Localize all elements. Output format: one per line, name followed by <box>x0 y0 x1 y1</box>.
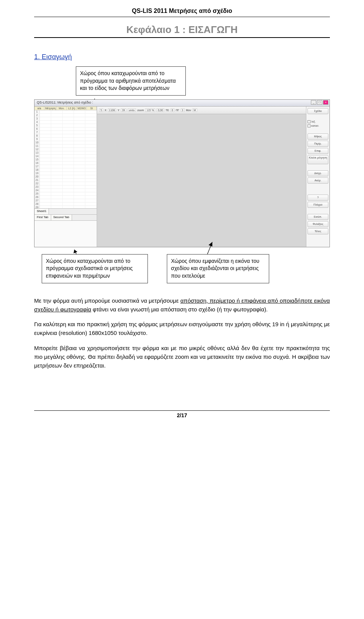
table-row[interactable]: 2 <box>35 114 97 117</box>
table-row[interactable]: 23 <box>35 185 97 189</box>
toolbar-val[interactable]: 0,00 <box>157 108 164 112</box>
canvas-toolbar: 5 X 1108 Y 39 undo zoom 115 % 0,00 ΤΕ 0 … <box>97 107 306 114</box>
p1-a: Με την φόρμα αυτή μπορούμε ουσιαστικά να… <box>34 297 180 304</box>
app-screenshot: QS-LIS2011: Μετρήσεις από σχέδιο : _ □ ×… <box>34 99 330 247</box>
table-row[interactable]: 27 <box>35 199 97 203</box>
grid-header: Μέτρηση <box>44 107 57 110</box>
right-button[interactable]: Επιφ. <box>308 148 328 154</box>
page-footer: 2/17 <box>0 410 364 418</box>
divider <box>34 37 330 38</box>
toolbar-zoom[interactable]: 115 % <box>145 108 155 112</box>
table-row[interactable]: 26 <box>35 196 97 199</box>
maximize-button[interactable]: □ <box>317 100 322 105</box>
chapter-title: Κεφάλαιο 1 : ΕΙΣΑΓΩΓΗ <box>34 24 330 36</box>
toolbar-mov[interactable]: M <box>193 108 197 112</box>
table-row[interactable]: 5 <box>35 124 97 127</box>
table-row[interactable]: 28 <box>35 203 97 206</box>
callout-right: Χώρος όπου εμφανίζεται η εικόνα του σχεδ… <box>167 254 269 283</box>
right-button[interactable]: Ακύρ. <box>308 178 328 184</box>
toolbar-pg[interactable]: 3 <box>181 108 185 112</box>
toolbar-mov-label: Μον <box>186 109 191 112</box>
table-row[interactable]: 21 <box>35 179 97 182</box>
right-button[interactable]: Σχέδιο <box>308 108 328 114</box>
table-row[interactable]: 1 <box>35 110 97 114</box>
table-row[interactable]: 18 <box>35 168 97 172</box>
close-button[interactable]: × <box>323 100 328 105</box>
callout-left: Χώρος όπου καταχωρούνται από το πρόγραμμ… <box>42 254 148 283</box>
grid-header: M2/M3 <box>77 107 86 110</box>
p3: Μπορείτε βέβαια να χρησιμοποιήσετε την φ… <box>34 344 330 370</box>
grid-header: St <box>87 107 97 110</box>
toolbar-s[interactable]: 5 <box>99 108 103 112</box>
grid-header-row: a/a Μέτρηση Mον. L2 (h) M2/M3 St <box>35 107 97 110</box>
right-button[interactable]: Περίμ. <box>308 141 328 147</box>
table-row[interactable]: 9 <box>35 138 97 141</box>
table-row[interactable]: 15 <box>35 158 97 162</box>
canvas-panel[interactable]: 5 X 1108 Y 39 undo zoom 115 % 0,00 ΤΕ 0 … <box>97 107 306 247</box>
right-button[interactable]: Φυλάξεις <box>308 221 328 227</box>
table-row[interactable]: 7 <box>35 131 97 134</box>
toolbar-x[interactable]: 1108 <box>108 108 116 112</box>
table-row[interactable]: 3 <box>35 117 97 121</box>
tab[interactable]: First Tab <box>35 215 51 220</box>
checkbox[interactable]: κατασ. <box>308 124 328 127</box>
tab[interactable]: Second Tab <box>51 215 72 220</box>
table-row[interactable]: 10 <box>35 141 97 145</box>
p2: Για καλύτερη και πιο πρακτική χρήση της … <box>34 320 330 338</box>
undo-button[interactable]: undo <box>128 108 136 112</box>
table-row[interactable]: 25 <box>35 192 97 196</box>
table-row[interactable]: 13 <box>35 151 97 155</box>
table-row[interactable]: 24 <box>35 189 97 192</box>
grid-rows[interactable]: 1234567891011121314151617181920212223242… <box>35 110 97 208</box>
toolbar-y[interactable]: 39 <box>121 108 126 112</box>
page-number: 2/17 <box>177 412 187 418</box>
grid-header: a/a <box>35 107 44 110</box>
p1-b: φτάνει να είναι γνωστή μια απόσταση στο … <box>91 306 268 313</box>
table-row[interactable]: 14 <box>35 155 97 158</box>
table-row[interactable]: 6 <box>35 127 97 131</box>
table-row[interactable]: 17 <box>35 165 97 168</box>
right-button[interactable]: ? <box>308 195 328 201</box>
toolbar-y-label: Y <box>118 109 119 112</box>
right-button[interactable]: Τέλος <box>308 228 328 234</box>
minimize-button[interactable]: _ <box>311 100 316 105</box>
table-row[interactable]: 20 <box>35 175 97 179</box>
sheet-tabs: Sheet1 <box>35 208 97 214</box>
table-row[interactable]: 4 <box>35 121 97 124</box>
preview-area <box>35 220 97 247</box>
divider <box>34 17 330 17</box>
right-panel: Σχέδιο λεξ. κατασ. Μήκος Περίμ. Επιφ. Κλ… <box>306 107 329 247</box>
window-titlebar: QS-LIS2011: Μετρήσεις από σχέδιο : _ □ × <box>35 100 329 107</box>
toolbar-x-label: X <box>105 109 107 112</box>
right-button[interactable]: Εκτύπ. <box>308 214 328 220</box>
window-title: QS-LIS2011: Μετρήσεις από σχέδιο : <box>37 101 93 104</box>
sheet-tab[interactable]: Sheet1 <box>35 209 49 214</box>
right-button[interactable]: Μήκος <box>308 134 328 140</box>
table-row[interactable]: 16 <box>35 162 97 165</box>
doc-header-title: QS-LIS 2011 Μετρήσες από σχέδιο <box>34 8 330 14</box>
table-row[interactable]: 22 <box>35 182 97 185</box>
grid-header: Mον. <box>57 107 67 110</box>
left-panel: a/a Μέτρηση Mον. L2 (h) M2/M3 St 1234567… <box>35 107 97 247</box>
table-row[interactable]: 11 <box>35 145 97 148</box>
grid-header: L2 (h) <box>67 107 77 110</box>
svg-marker-3 <box>74 250 77 253</box>
toolbar-pg-label: ΠΓ <box>176 109 179 112</box>
toolbar-zoom-label: zoom <box>137 109 144 112</box>
checkbox-label: λεξ. <box>311 120 316 123</box>
right-button[interactable]: Πλέγμα <box>308 202 328 208</box>
section-number: 1. Εισαγωγή <box>34 53 330 61</box>
table-row[interactable]: 8 <box>35 134 97 138</box>
toolbar-te-label: ΤΕ <box>166 109 169 112</box>
body-text: Με την φόρμα αυτή μπορούμε ουσιαστικά να… <box>34 296 330 370</box>
right-button[interactable]: Διαγρ. <box>308 170 328 176</box>
checkbox-label: κατασ. <box>311 124 319 127</box>
right-button[interactable]: Κλείσε μέτρηση <box>308 155 328 164</box>
toolbar-te[interactable]: 0 <box>171 108 174 112</box>
table-row[interactable]: 12 <box>35 148 97 151</box>
checkbox[interactable]: λεξ. <box>308 120 328 123</box>
main-tabs: First Tab Second Tab <box>35 214 97 220</box>
callout-top: Χώρος όπου καταχωρούνται από το πρόγραμμ… <box>76 66 186 96</box>
table-row[interactable]: 19 <box>35 172 97 175</box>
